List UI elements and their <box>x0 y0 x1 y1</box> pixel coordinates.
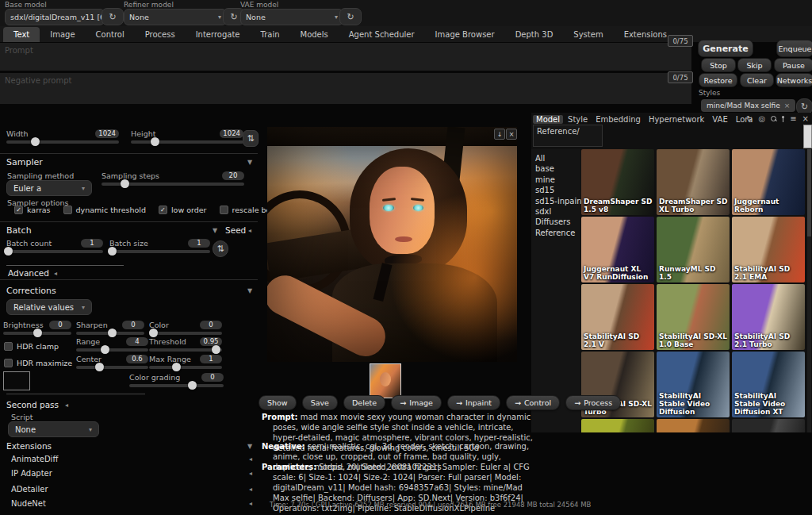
sampling-method-select[interactable]: Euler a ▾ <box>6 180 92 196</box>
hdr-clamp-checkbox[interactable]: HDR clamp <box>4 342 59 351</box>
slider-knob[interactable] <box>33 329 42 337</box>
networks-search-input[interactable]: Reference/ <box>533 125 603 147</box>
folder-mine[interactable]: mine <box>535 175 580 185</box>
slider-track[interactable] <box>3 332 71 335</box>
networks-tab-style[interactable]: Style <box>565 115 591 124</box>
extension-item-adetailer[interactable]: ADetailer <box>11 485 48 494</box>
networks-tab-vae[interactable]: VAE <box>709 115 730 124</box>
download-image-button[interactable]: ↓ <box>494 129 505 140</box>
collapse-icon[interactable]: ▼ <box>213 227 217 234</box>
restore-button[interactable]: Restore <box>699 73 737 87</box>
slider-track[interactable] <box>149 332 222 335</box>
collapse-left-icon[interactable]: ◂ <box>249 486 252 493</box>
slider-track[interactable] <box>76 332 144 335</box>
model-card[interactable]: StabilityAI SD 2.1 Turbo <box>732 284 805 350</box>
tab-image[interactable]: Image <box>40 27 85 42</box>
extension-item-ip-adapter[interactable]: IP Adapter <box>11 469 52 478</box>
collapse-icon[interactable]: ▼ <box>247 443 252 450</box>
skip-button[interactable]: Skip <box>737 58 772 72</box>
slider-knob[interactable] <box>212 345 220 354</box>
close-icon[interactable]: × <box>784 102 791 110</box>
vae-model-select[interactable]: None ▾ <box>240 9 343 25</box>
folder-reference[interactable]: Reference <box>535 228 580 238</box>
slider-knob[interactable] <box>108 247 117 256</box>
show-button[interactable]: Show <box>259 395 297 410</box>
refresh-icon[interactable]: ↻ <box>746 114 753 123</box>
slider-value[interactable]: 0.6 <box>126 355 148 363</box>
slider-knob[interactable] <box>188 381 197 390</box>
slider-track[interactable] <box>149 366 222 369</box>
networks-button[interactable]: Networks <box>776 73 812 87</box>
collapse-left-icon[interactable]: ◂ <box>65 402 68 409</box>
folder-sd15-inpaint[interactable]: sd15-inpaint <box>535 196 580 206</box>
clear-button[interactable]: Clear <box>740 73 774 87</box>
slider-value[interactable]: 0 <box>200 321 222 329</box>
slider-knob[interactable] <box>95 363 104 371</box>
slider-track[interactable] <box>102 183 244 186</box>
slider-value[interactable]: 1 <box>188 239 210 248</box>
swap-dimensions-button[interactable]: ⇅ <box>243 130 259 147</box>
sampler-option-karras[interactable]: ✓karras <box>14 206 51 214</box>
model-card[interactable]: StabilityAI SD 2.1 EMA <box>732 217 805 282</box>
networks-tab-model[interactable]: Model <box>533 115 563 124</box>
networks-tab-embedding[interactable]: Embedding <box>592 115 644 124</box>
collapse-left-icon[interactable]: ◂ <box>248 227 251 234</box>
slider-track[interactable] <box>76 348 148 352</box>
collapse-icon[interactable]: ▼ <box>247 287 252 294</box>
generated-image[interactable] <box>267 127 517 362</box>
send-to-inpaint-button[interactable]: →Inpaint <box>447 395 500 410</box>
collapse-left-icon[interactable]: ◂ <box>249 500 252 507</box>
slider-track[interactable] <box>6 140 119 144</box>
slider-knob[interactable] <box>121 179 129 188</box>
slider-track[interactable] <box>76 366 148 369</box>
hdr-maximize-checkbox[interactable]: HDR maximize <box>4 359 72 367</box>
folder-sd15[interactable]: sd15 <box>535 185 580 195</box>
collapse-left-icon[interactable]: ◂ <box>54 270 57 277</box>
generate-button[interactable]: Generate <box>698 40 753 57</box>
vae-model-refresh-button[interactable]: ↻ <box>339 8 362 25</box>
networks-scrollbar[interactable] <box>807 149 811 432</box>
slider-value[interactable]: 20 <box>222 171 244 180</box>
search-icon[interactable] <box>771 116 776 121</box>
close-icon[interactable]: × <box>802 114 809 123</box>
slider-track[interactable] <box>131 140 243 144</box>
list-icon[interactable]: ≡ <box>790 114 796 123</box>
slider-value[interactable]: 4 <box>126 337 148 346</box>
tab-depth-3d[interactable]: Depth 3D <box>505 27 564 42</box>
delete-button[interactable]: Delete <box>343 395 385 410</box>
save-button[interactable]: Save <box>302 395 338 410</box>
gallery-thumbnail[interactable] <box>370 363 401 398</box>
slider-knob[interactable] <box>101 345 109 354</box>
tab-control[interactable]: Control <box>86 27 135 42</box>
slider-knob[interactable] <box>151 137 159 146</box>
send-to-control-button[interactable]: →Control <box>506 395 560 410</box>
tab-system[interactable]: System <box>563 27 613 42</box>
pin-icon[interactable] <box>782 116 784 122</box>
model-card[interactable] <box>657 419 730 432</box>
folder-sdxl[interactable]: sdxl <box>535 206 580 217</box>
script-select[interactable]: None ▾ <box>8 421 99 437</box>
corrections-mode-select[interactable]: Relative values ▾ <box>6 299 92 315</box>
model-card[interactable]: StabilityAI SD-XL 1.0 Base <box>657 284 730 350</box>
tab-process[interactable]: Process <box>135 27 186 42</box>
folder-all[interactable]: All <box>535 153 580 163</box>
model-card[interactable] <box>732 419 805 432</box>
slider-track[interactable] <box>6 250 103 253</box>
send-to-process-button[interactable]: →Process <box>565 395 621 410</box>
tab-models[interactable]: Models <box>290 27 339 42</box>
swap-batch-button[interactable]: ⇅ <box>213 240 228 257</box>
slider-value[interactable]: 1 <box>200 355 222 363</box>
folder-diffusers[interactable]: Diffusers <box>535 217 580 227</box>
enqueue-button[interactable]: Enqueue <box>776 40 812 57</box>
base-model-refresh-button[interactable]: ↻ <box>102 8 124 25</box>
slider-value[interactable]: 0 <box>49 321 71 329</box>
collapse-icon[interactable]: ▼ <box>247 159 252 166</box>
style-chip[interactable]: mine/Mad Max selfie × <box>701 99 795 112</box>
slider-track[interactable] <box>129 384 224 387</box>
sampler-option-dynamic-threshold[interactable]: dynamic threshold <box>63 206 146 214</box>
color-grade-swatch[interactable] <box>3 371 30 390</box>
sampler-option-low-order[interactable]: ✓low order <box>159 206 207 214</box>
pause-button[interactable]: Pause <box>774 58 812 72</box>
tab-image-browser[interactable]: Image Browser <box>425 27 505 42</box>
slider-knob[interactable] <box>31 137 40 146</box>
